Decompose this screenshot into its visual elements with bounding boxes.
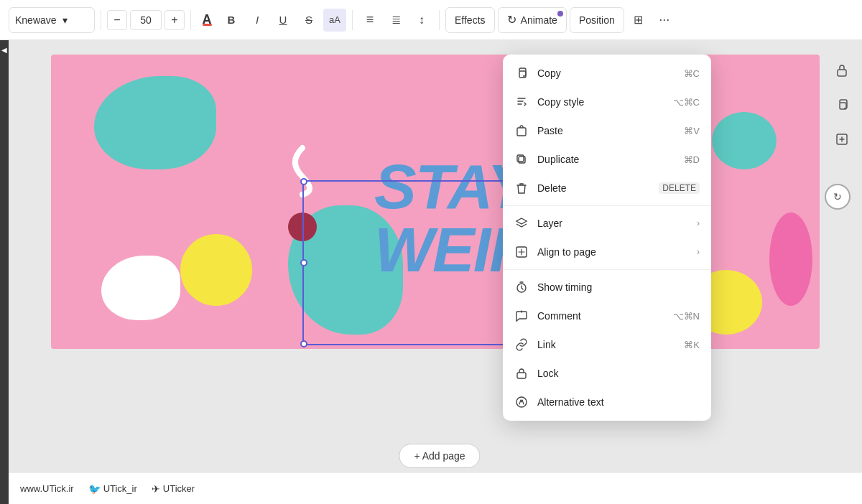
duplicate-icon xyxy=(514,152,529,167)
handle-bottom-left[interactable] xyxy=(300,340,307,347)
link-icon xyxy=(514,337,529,352)
layer-arrow: › xyxy=(697,218,700,228)
animate-label: Animate xyxy=(521,14,557,26)
delete-icon xyxy=(514,181,529,195)
lock-menu-icon xyxy=(514,366,529,381)
blob-white xyxy=(101,256,180,320)
divider4 xyxy=(439,10,440,30)
menu-item-alt-text[interactable]: Alternative text xyxy=(503,388,711,416)
blob-pink-right xyxy=(769,213,812,306)
footer-url-link[interactable]: www.UTick.ir xyxy=(20,483,74,494)
svg-rect-9 xyxy=(517,373,526,378)
decrease-size-button[interactable]: − xyxy=(107,10,127,30)
layer-icon xyxy=(514,216,529,230)
text-size-button[interactable]: aA xyxy=(323,9,346,32)
italic-button[interactable]: I xyxy=(246,9,269,32)
strikethrough-button[interactable]: S xyxy=(297,9,320,32)
position-button[interactable]: Position xyxy=(570,7,624,33)
alt-text-icon xyxy=(514,395,529,409)
add-panel-icon-svg xyxy=(835,132,849,146)
copy-icon xyxy=(514,66,529,80)
animate-icon: ↻ xyxy=(507,13,516,27)
paste-icon xyxy=(514,123,529,138)
effects-button[interactable]: Effects xyxy=(445,7,495,33)
footer-twitter-link[interactable]: 🐦 UTick_ir xyxy=(88,483,137,495)
add-panel-icon[interactable] xyxy=(829,126,855,152)
underline-button[interactable]: U xyxy=(272,9,295,32)
divider2 xyxy=(190,10,191,30)
menu-item-comment[interactable]: Comment ⌥⌘N xyxy=(503,302,711,330)
twitter-text: UTick_ir xyxy=(103,483,137,494)
blob-teal-1 xyxy=(94,76,216,169)
align-button[interactable]: ≡ xyxy=(358,9,381,32)
text-color-icon: A xyxy=(203,12,212,27)
timing-icon xyxy=(514,280,529,294)
telegram-text: UTicker xyxy=(163,483,195,494)
chevron-down-icon: ▾ xyxy=(62,14,88,26)
url-text: www.UTick.ir xyxy=(20,483,74,494)
menu-item-copy[interactable]: Copy ⌘C xyxy=(503,59,711,88)
telegram-icon: ✈ xyxy=(152,483,160,495)
grid-button[interactable]: ⊞ xyxy=(627,9,650,32)
lock-icon-svg xyxy=(835,63,849,78)
divider xyxy=(101,10,101,30)
left-panel-arrow[interactable]: ◀ xyxy=(1,46,7,54)
footer-telegram-link[interactable]: ✈ UTicker xyxy=(152,483,195,495)
list-button[interactable]: ≣ xyxy=(384,9,407,32)
font-size-input[interactable] xyxy=(130,10,162,30)
bold-button[interactable]: B xyxy=(220,9,243,32)
menu-divider-2 xyxy=(503,269,711,270)
divider3 xyxy=(352,10,353,30)
add-page-bar: + Add page xyxy=(17,441,862,472)
menu-divider-1 xyxy=(503,205,711,206)
blob-teal-3 xyxy=(712,112,777,169)
menu-item-align-to-page[interactable]: Align to page › xyxy=(503,238,711,266)
menu-item-layer[interactable]: Layer › xyxy=(503,209,711,238)
toolbar: Knewave ▾ − + A B I U S aA ≡ ≣ ↕ Effects… xyxy=(0,0,862,40)
comment-icon xyxy=(514,309,529,323)
copy-panel-icon[interactable] xyxy=(829,92,855,118)
menu-item-lock[interactable]: Lock xyxy=(503,359,711,388)
text-color-button[interactable]: A xyxy=(197,10,217,30)
svg-rect-3 xyxy=(519,71,526,78)
menu-item-copy-style[interactable]: Copy style ⌥⌘C xyxy=(503,88,711,116)
size-control: − + xyxy=(107,10,185,30)
menu-item-show-timing[interactable]: Show timing xyxy=(503,273,711,302)
refresh-icon-circle[interactable]: ↻ xyxy=(825,184,851,210)
main-area: ◀ xyxy=(0,40,862,504)
font-selector[interactable]: Knewave ▾ xyxy=(9,7,95,33)
increase-size-button[interactable]: + xyxy=(164,10,185,30)
animate-active-dot xyxy=(557,11,563,17)
context-menu: Copy ⌘C Copy style ⌥⌘C Paste xyxy=(503,55,711,421)
left-panel: ◀ xyxy=(0,40,9,504)
copy-panel-icon-svg xyxy=(835,98,849,112)
align-arrow: › xyxy=(697,247,700,257)
spacing-button[interactable]: ↕ xyxy=(410,9,433,32)
position-label: Position xyxy=(579,14,615,26)
menu-item-duplicate[interactable]: Duplicate ⌘D xyxy=(503,145,711,174)
menu-item-paste[interactable]: Paste ⌘V xyxy=(503,116,711,145)
add-page-button[interactable]: + Add page xyxy=(399,444,480,468)
menu-item-delete[interactable]: Delete DELETE xyxy=(503,174,711,202)
animate-button[interactable]: ↻ Animate xyxy=(498,7,567,33)
blob-yellow xyxy=(180,234,252,306)
more-options-button[interactable]: ··· xyxy=(653,9,676,32)
svg-rect-4 xyxy=(517,128,526,136)
svg-rect-0 xyxy=(838,70,846,76)
effects-label: Effects xyxy=(455,14,486,26)
lock-panel-icon[interactable] xyxy=(829,57,855,83)
handle-top-left[interactable] xyxy=(300,178,307,185)
handle-mid-left[interactable] xyxy=(300,259,307,266)
align-icon xyxy=(514,245,529,259)
twitter-icon: 🐦 xyxy=(88,483,101,495)
menu-item-link[interactable]: Link ⌘K xyxy=(503,330,711,359)
font-name: Knewave xyxy=(15,14,57,26)
copy-style-icon xyxy=(514,95,529,109)
canvas-area: ↻ STAY WEIRD ↻ + Add page www.UTick.ir 🐦… xyxy=(9,40,862,504)
footer-links: www.UTick.ir 🐦 UTick_ir ✈ UTicker xyxy=(9,472,862,504)
